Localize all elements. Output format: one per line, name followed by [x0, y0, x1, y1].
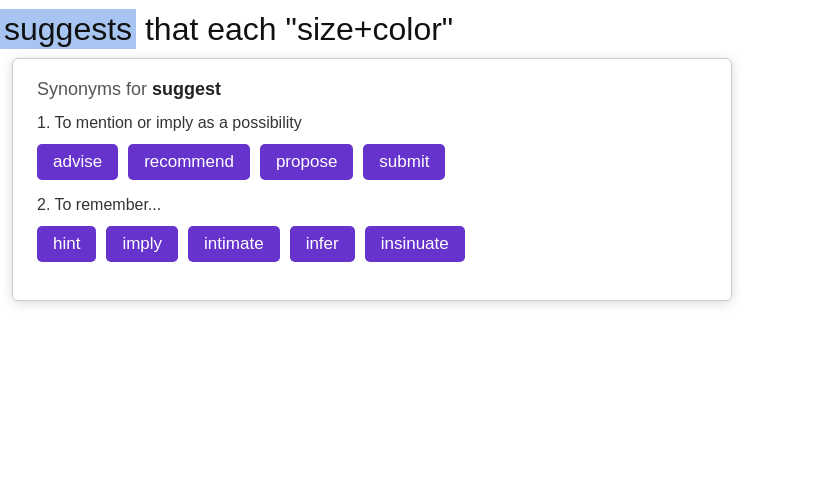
- synonym-advise[interactable]: advise: [37, 144, 118, 180]
- header-text: suggests that each "size+color": [0, 0, 838, 58]
- synonym-insinuate[interactable]: insinuate: [365, 226, 465, 262]
- sense-label-1: 1. To mention or imply as a possibility: [37, 114, 707, 132]
- synonym-submit[interactable]: submit: [363, 144, 445, 180]
- synonyms-popup: Synonyms for suggest 1. To mention or im…: [12, 58, 732, 301]
- sense-label-2: 2. To remember...: [37, 196, 707, 214]
- synonym-propose[interactable]: propose: [260, 144, 353, 180]
- synonym-infer[interactable]: infer: [290, 226, 355, 262]
- synonym-imply[interactable]: imply: [106, 226, 178, 262]
- synonym-recommend[interactable]: recommend: [128, 144, 250, 180]
- popup-title: Synonyms for suggest: [37, 79, 707, 100]
- synonyms-row-2: hint imply intimate infer insinuate: [37, 226, 707, 262]
- synonym-hint[interactable]: hint: [37, 226, 96, 262]
- synonyms-row-1: advise recommend propose submit: [37, 144, 707, 180]
- popup-title-word: suggest: [152, 79, 221, 99]
- sense-section-2: 2. To remember... hint imply intimate in…: [37, 196, 707, 262]
- sense-section-1: 1. To mention or imply as a possibility …: [37, 114, 707, 180]
- highlighted-word: suggests: [0, 9, 136, 49]
- synonym-intimate[interactable]: intimate: [188, 226, 280, 262]
- popup-title-prefix: Synonyms for: [37, 79, 152, 99]
- header-suffix: that each "size+color": [136, 11, 453, 47]
